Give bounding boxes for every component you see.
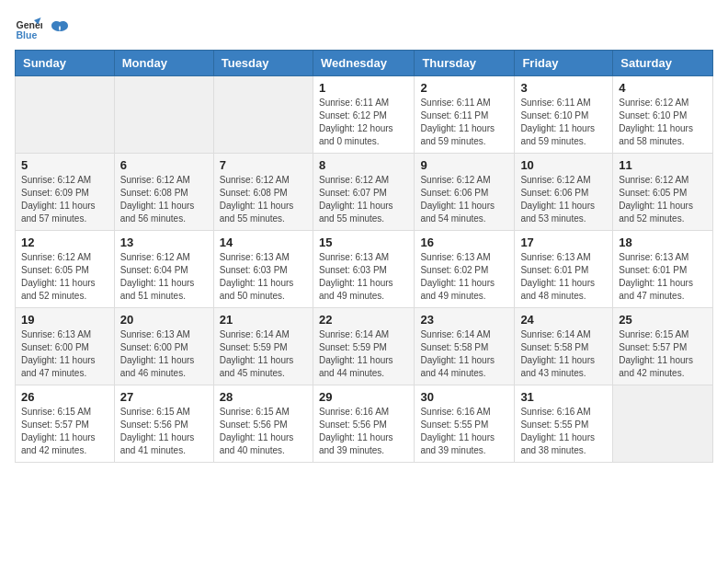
day-info: Sunrise: 6:12 AM Sunset: 6:08 PM Dayligh… [120,174,208,225]
day-info: Sunrise: 6:13 AM Sunset: 6:00 PM Dayligh… [21,328,108,380]
weekday-header-sunday: Sunday [16,51,115,76]
day-info: Sunrise: 6:16 AM Sunset: 5:56 PM Dayligh… [319,406,408,457]
calendar-week-row: 5Sunrise: 6:12 AM Sunset: 6:09 PM Daylig… [16,154,713,231]
day-number: 29 [319,390,408,404]
weekday-header-wednesday: Wednesday [313,51,414,76]
day-info: Sunrise: 6:15 AM Sunset: 5:56 PM Dayligh… [120,406,208,457]
day-info: Sunrise: 6:15 AM Sunset: 5:57 PM Dayligh… [21,406,108,457]
calendar-cell: 11Sunrise: 6:12 AM Sunset: 6:05 PM Dayli… [613,154,713,231]
day-number: 21 [220,313,307,327]
calendar-cell: 4Sunrise: 6:12 AM Sunset: 6:10 PM Daylig… [613,76,713,154]
day-info: Sunrise: 6:14 AM Sunset: 5:58 PM Dayligh… [520,328,607,380]
day-info: Sunrise: 6:12 AM Sunset: 6:10 PM Dayligh… [619,97,707,148]
day-info: Sunrise: 6:12 AM Sunset: 6:06 PM Dayligh… [420,174,508,225]
day-info: Sunrise: 6:11 AM Sunset: 6:12 PM Dayligh… [319,97,408,148]
calendar-cell: 7Sunrise: 6:12 AM Sunset: 6:08 PM Daylig… [213,154,313,231]
day-number: 15 [319,236,408,249]
calendar-cell: 28Sunrise: 6:15 AM Sunset: 5:56 PM Dayli… [213,385,313,463]
calendar-cell: 1Sunrise: 6:11 AM Sunset: 6:12 PM Daylig… [313,76,414,154]
weekday-header-row: SundayMondayTuesdayWednesdayThursdayFrid… [16,51,713,76]
day-info: Sunrise: 6:12 AM Sunset: 6:09 PM Dayligh… [21,174,108,225]
calendar-cell: 23Sunrise: 6:14 AM Sunset: 5:58 PM Dayli… [415,308,515,385]
calendar-cell: 31Sunrise: 6:16 AM Sunset: 5:55 PM Dayli… [515,385,613,463]
day-info: Sunrise: 6:13 AM Sunset: 6:00 PM Dayligh… [120,328,208,380]
calendar-cell: 8Sunrise: 6:12 AM Sunset: 6:07 PM Daylig… [313,154,414,231]
day-number: 24 [520,313,607,327]
day-number: 3 [520,81,607,95]
day-number: 7 [220,158,307,172]
calendar-table: SundayMondayTuesdayWednesdayThursdayFrid… [15,50,713,463]
calendar-cell: 13Sunrise: 6:12 AM Sunset: 6:04 PM Dayli… [114,231,213,308]
calendar-cell: 9Sunrise: 6:12 AM Sunset: 6:06 PM Daylig… [415,154,515,231]
logo-icon: General Blue [15,15,42,42]
day-info: Sunrise: 6:13 AM Sunset: 6:01 PM Dayligh… [619,251,707,303]
day-info: Sunrise: 6:13 AM Sunset: 6:03 PM Dayligh… [220,251,307,303]
day-info: Sunrise: 6:13 AM Sunset: 6:03 PM Dayligh… [319,251,408,303]
day-number: 27 [120,390,208,404]
day-number: 25 [619,313,707,327]
calendar-cell: 10Sunrise: 6:12 AM Sunset: 6:06 PM Dayli… [515,154,613,231]
calendar-cell: 19Sunrise: 6:13 AM Sunset: 6:00 PM Dayli… [16,308,115,385]
day-info: Sunrise: 6:11 AM Sunset: 6:10 PM Dayligh… [520,97,607,148]
calendar-cell [16,76,115,154]
day-info: Sunrise: 6:12 AM Sunset: 6:05 PM Dayligh… [619,174,707,225]
day-number: 17 [520,236,607,249]
day-number: 30 [420,390,508,404]
calendar-cell: 24Sunrise: 6:14 AM Sunset: 5:58 PM Dayli… [515,308,613,385]
day-info: Sunrise: 6:16 AM Sunset: 5:55 PM Dayligh… [420,406,508,457]
calendar-cell: 30Sunrise: 6:16 AM Sunset: 5:55 PM Dayli… [415,385,515,463]
day-number: 1 [319,81,408,95]
weekday-header-thursday: Thursday [415,51,515,76]
calendar-cell: 12Sunrise: 6:12 AM Sunset: 6:05 PM Dayli… [16,231,115,308]
day-number: 8 [319,158,408,172]
day-info: Sunrise: 6:14 AM Sunset: 5:59 PM Dayligh… [319,328,408,380]
calendar-cell: 29Sunrise: 6:16 AM Sunset: 5:56 PM Dayli… [313,385,414,463]
calendar-cell: 21Sunrise: 6:14 AM Sunset: 5:59 PM Dayli… [213,308,313,385]
day-number: 19 [21,313,108,327]
day-info: Sunrise: 6:12 AM Sunset: 6:05 PM Dayligh… [21,251,108,303]
day-number: 23 [420,313,508,327]
day-number: 12 [21,236,108,249]
calendar-cell: 25Sunrise: 6:15 AM Sunset: 5:57 PM Dayli… [613,308,713,385]
calendar-cell: 17Sunrise: 6:13 AM Sunset: 6:01 PM Dayli… [515,231,613,308]
day-info: Sunrise: 6:12 AM Sunset: 6:08 PM Dayligh… [220,174,307,225]
weekday-header-saturday: Saturday [613,51,713,76]
day-info: Sunrise: 6:12 AM Sunset: 6:06 PM Dayligh… [520,174,607,225]
day-number: 4 [619,81,707,95]
calendar-cell [213,76,313,154]
weekday-header-tuesday: Tuesday [213,51,313,76]
day-number: 6 [120,158,208,172]
calendar-week-row: 19Sunrise: 6:13 AM Sunset: 6:00 PM Dayli… [16,308,713,385]
weekday-header-friday: Friday [515,51,613,76]
calendar-week-row: 12Sunrise: 6:12 AM Sunset: 6:05 PM Dayli… [16,231,713,308]
day-info: Sunrise: 6:15 AM Sunset: 5:57 PM Dayligh… [619,328,707,380]
calendar-cell: 14Sunrise: 6:13 AM Sunset: 6:03 PM Dayli… [213,231,313,308]
day-info: Sunrise: 6:15 AM Sunset: 5:56 PM Dayligh… [220,406,307,457]
calendar-cell: 27Sunrise: 6:15 AM Sunset: 5:56 PM Dayli… [114,385,213,463]
day-number: 13 [120,236,208,249]
calendar-cell [114,76,213,154]
day-number: 14 [220,236,307,249]
day-number: 16 [420,236,508,249]
calendar-cell: 22Sunrise: 6:14 AM Sunset: 5:59 PM Dayli… [313,308,414,385]
day-number: 28 [220,390,307,404]
calendar-cell: 16Sunrise: 6:13 AM Sunset: 6:02 PM Dayli… [415,231,515,308]
day-number: 9 [420,158,508,172]
day-info: Sunrise: 6:13 AM Sunset: 6:01 PM Dayligh… [520,251,607,303]
day-number: 22 [319,313,408,327]
day-number: 18 [619,236,707,249]
page-header: General Blue [15,15,713,42]
day-info: Sunrise: 6:11 AM Sunset: 6:11 PM Dayligh… [420,97,508,148]
day-number: 20 [120,313,208,327]
calendar-cell [613,385,713,463]
day-info: Sunrise: 6:14 AM Sunset: 5:59 PM Dayligh… [220,328,307,380]
day-number: 5 [21,158,108,172]
day-number: 31 [520,390,607,404]
calendar-week-row: 1Sunrise: 6:11 AM Sunset: 6:12 PM Daylig… [16,76,713,154]
calendar-cell: 2Sunrise: 6:11 AM Sunset: 6:11 PM Daylig… [415,76,515,154]
logo: General Blue [15,15,70,42]
calendar-cell: 18Sunrise: 6:13 AM Sunset: 6:01 PM Dayli… [613,231,713,308]
day-info: Sunrise: 6:12 AM Sunset: 6:07 PM Dayligh… [319,174,408,225]
day-number: 2 [420,81,508,95]
svg-text:Blue: Blue [17,29,38,40]
